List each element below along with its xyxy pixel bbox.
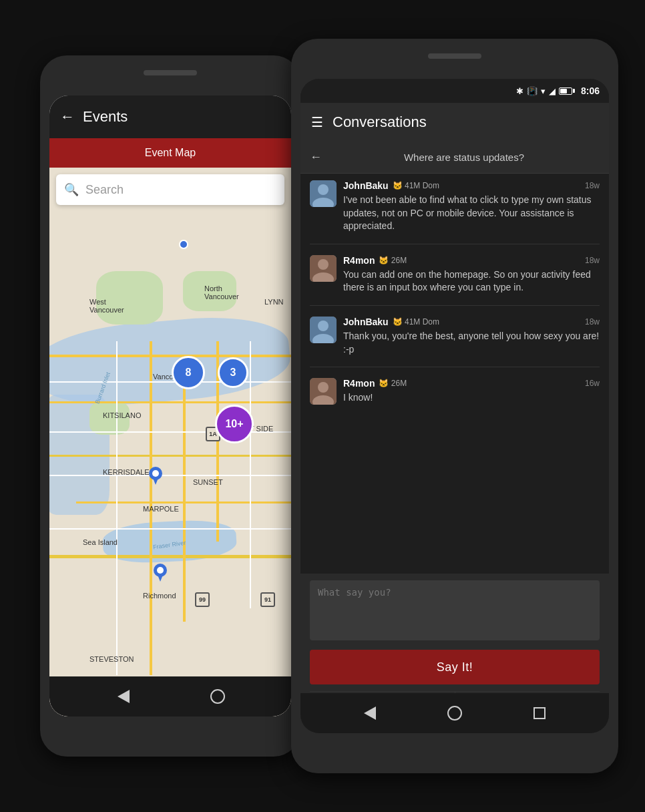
home-icon: [447, 706, 462, 721]
left-back-button[interactable]: [114, 687, 133, 706]
thread-header: ← Where are status updates?: [300, 142, 609, 174]
phone-left: ← Events Event Map: [40, 55, 300, 757]
cluster-10plus[interactable]: 10+: [215, 405, 254, 443]
sender-name: JohnBaku: [343, 317, 389, 327]
left-nav-bar: [49, 676, 291, 717]
message-meta: JohnBaku 🐱 41M Dom 18w: [343, 180, 600, 191]
avatar: [310, 317, 337, 343]
avatar: [310, 180, 337, 207]
message-content: R4mon 🐱 26M 18w You can add one on the h…: [343, 255, 600, 294]
message-meta: JohnBaku 🐱 41M Dom 18w: [343, 317, 600, 327]
sender-name: R4mon: [343, 255, 375, 266]
message-content: R4mon 🐱 26M 16w I know!: [343, 378, 600, 405]
svg-point-10: [318, 259, 329, 270]
status-time: 8:06: [581, 85, 600, 96]
svg-point-13: [318, 321, 329, 331]
cluster-8[interactable]: 8: [172, 356, 205, 389]
message-row: R4mon 🐱 26M 16w I know!: [310, 378, 600, 405]
divider: [310, 367, 600, 367]
message-meta: R4mon 🐱 26M 16w: [343, 378, 600, 389]
svg-point-16: [318, 382, 329, 393]
sender-name: JohnBaku: [343, 180, 389, 191]
map-pin-2[interactable]: [148, 466, 163, 485]
messages-area: JohnBaku 🐱 41M Dom 18w I've not been abl…: [300, 174, 609, 574]
divider: [310, 305, 600, 306]
thread-back-button[interactable]: ←: [310, 150, 322, 164]
cluster-count: 3: [230, 367, 236, 379]
message-text: You can add one on the homepage. So on y…: [343, 268, 600, 294]
search-bar[interactable]: 🔍 Search: [56, 174, 284, 205]
vibrate-icon: 📳: [527, 86, 538, 96]
phone-right: ✱ 📳 ▾ ◢ 8:06 ☰: [291, 39, 618, 773]
message-meta: R4mon 🐱 26M 18w: [343, 255, 600, 266]
map-pin-1[interactable]: [179, 240, 188, 249]
cluster-3[interactable]: 3: [218, 357, 248, 388]
message-time: 16w: [585, 379, 600, 388]
svg-point-2: [152, 470, 159, 477]
message-time: 18w: [585, 317, 600, 327]
left-screen: ← Events Event Map: [49, 95, 291, 717]
cluster-count: 8: [186, 367, 192, 379]
message-text: I know!: [343, 391, 600, 405]
right-app-header: ☰ Conversations: [300, 103, 609, 142]
left-speaker: [144, 70, 197, 75]
message-content: JohnBaku 🐱 41M Dom 18w I've not been abl…: [343, 180, 600, 233]
message-row: R4mon 🐱 26M 18w You can add one on the h…: [310, 255, 600, 294]
app-title: Conversations: [333, 114, 427, 131]
svg-marker-1: [153, 478, 158, 485]
sender-tag: 🐱 41M Dom: [393, 181, 439, 190]
back-icon: [118, 690, 130, 703]
signal-icon: ◢: [549, 86, 556, 96]
cluster-count: 10+: [225, 418, 243, 430]
divider: [310, 244, 600, 244]
wifi-icon: ▾: [541, 86, 546, 96]
highway-badge-91: 91: [260, 592, 275, 607]
right-speaker: [428, 53, 481, 59]
search-icon: 🔍: [64, 182, 79, 197]
scene: ← Events Event Map: [0, 0, 645, 812]
bluetooth-icon: ✱: [516, 86, 523, 96]
message-text: I've not been able to find what to click…: [343, 194, 600, 233]
highway-badge-99: 99: [195, 592, 210, 607]
right-nav-bar: [300, 693, 609, 733]
svg-point-5: [157, 567, 164, 574]
left-app-header: ← Events: [49, 95, 291, 138]
avatar: [310, 255, 337, 282]
reply-input[interactable]: [310, 580, 600, 640]
sender-tag: 🐱 41M Dom: [393, 317, 439, 327]
svg-marker-4: [158, 575, 163, 582]
message-row: JohnBaku 🐱 41M Dom 18w Thank you, you're…: [310, 317, 600, 356]
status-bar: ✱ 📳 ▾ ◢ 8:06: [300, 79, 609, 103]
message-row: JohnBaku 🐱 41M Dom 18w I've not been abl…: [310, 180, 600, 233]
map-pin-3[interactable]: [153, 563, 168, 582]
sender-tag: 🐱 26M: [379, 379, 407, 388]
battery-icon: [559, 87, 575, 95]
svg-point-7: [318, 184, 329, 195]
map-container[interactable]: 1A 99 91 WestVancouver NorthVancouver LY…: [49, 168, 291, 717]
message-time: 18w: [585, 181, 600, 190]
right-menu-button[interactable]: [530, 704, 549, 723]
sender-name: R4mon: [343, 378, 375, 389]
right-home-button[interactable]: [445, 704, 464, 723]
back-button[interactable]: ←: [60, 108, 75, 126]
message-content: JohnBaku 🐱 41M Dom 18w Thank you, you're…: [343, 317, 600, 356]
menu-square-icon: [533, 707, 546, 719]
avatar: [310, 378, 337, 405]
page-title: Events: [83, 108, 128, 126]
message-text: Thank you, you're the best, anyone tell …: [343, 330, 600, 356]
search-input[interactable]: Search: [85, 183, 124, 197]
right-back-button[interactable]: [361, 704, 379, 723]
tab-label: Event Map: [145, 147, 196, 159]
left-home-button[interactable]: [208, 687, 227, 706]
say-it-button[interactable]: Say It!: [310, 650, 600, 684]
sender-tag: 🐱 26M: [379, 256, 407, 265]
message-time: 18w: [585, 256, 600, 265]
thread-question: Where are status updates?: [329, 152, 600, 163]
event-map-tab[interactable]: Event Map: [49, 138, 291, 168]
right-screen: ✱ 📳 ▾ ◢ 8:06 ☰: [300, 79, 609, 733]
home-icon: [210, 689, 225, 704]
back-icon: [364, 706, 376, 720]
menu-icon[interactable]: ☰: [311, 114, 323, 130]
status-icons: ✱ 📳 ▾ ◢ 8:06: [516, 85, 600, 96]
